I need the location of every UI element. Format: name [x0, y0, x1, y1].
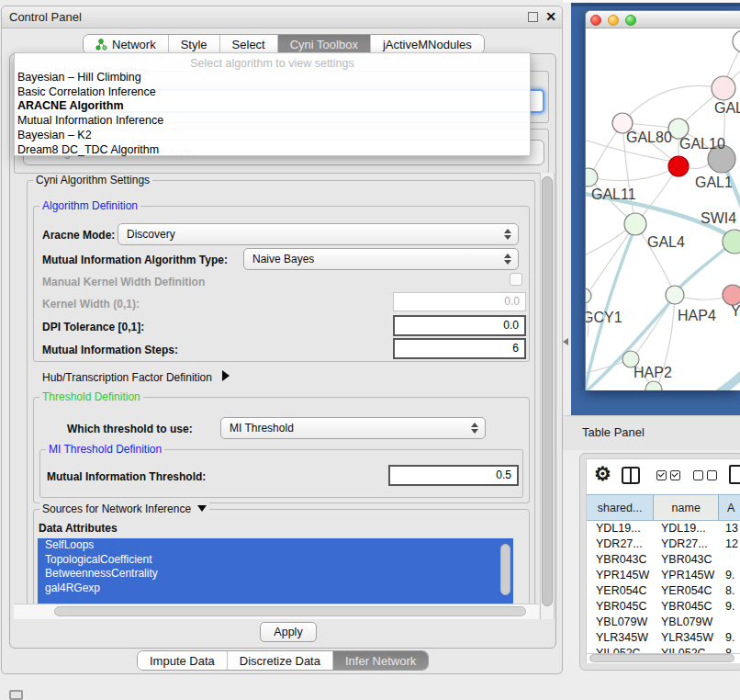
network-node-gal1[interactable]: [668, 156, 689, 176]
mi-steps-field[interactable]: 6: [393, 338, 526, 359]
tab-style[interactable]: Style: [169, 35, 220, 53]
column-header-1[interactable]: shared...: [587, 495, 654, 520]
table-cell: 12: [725, 536, 738, 552]
unselect-checkbox-icon[interactable]: [693, 470, 703, 480]
network-node-hap4[interactable]: [666, 286, 684, 304]
popup-item[interactable]: Mutual Information Inference: [15, 114, 530, 129]
attr-list-scrollbar[interactable]: [500, 544, 510, 595]
popup-item[interactable]: Basic Correlation Inference: [15, 85, 530, 100]
data-attribute-item[interactable]: TopologicalCoefficient: [38, 553, 513, 568]
aracne-mode-combo[interactable]: Discovery: [118, 223, 519, 245]
table-row[interactable]: YDR27...YDR27...12: [587, 536, 740, 552]
table-row[interactable]: YBR045CYBR045C9.: [587, 599, 740, 615]
settings-vscroll-thumb[interactable]: [542, 176, 553, 606]
bottom-tab-infer-network[interactable]: Infer Network: [333, 651, 428, 670]
tab-label: Infer Network: [345, 651, 416, 671]
algorithm-select-popup: Select algorithm to view settingsBayesia…: [14, 52, 531, 156]
settings-hscroll-thumb[interactable]: [54, 606, 526, 616]
tab-cyni-toolbox[interactable]: Cyni Toolbox: [278, 35, 371, 53]
table-row[interactable]: YPR145WYPR145W9.: [587, 568, 740, 583]
table-row[interactable]: YLR345WYLR345W9.: [587, 630, 740, 646]
popup-item[interactable]: Bayesian – Hill Climbing: [15, 71, 530, 85]
popup-item[interactable]: Dream8 DC_TDC Algorithm: [15, 143, 530, 158]
gear-icon[interactable]: ⚙: [594, 463, 611, 485]
network-graph[interactable]: GALGAL80GAL10GAL1GAL11SWI4GAL4GCY1HAP4YH…: [586, 28, 740, 390]
table-cell: YDL19...: [596, 521, 641, 536]
table-hscroll-thumb[interactable]: [589, 654, 734, 662]
network-node-label: GAL10: [679, 136, 725, 152]
table-panel-inner: ⚙ shared...nameA YDL19...YDL19...13YDR27…: [586, 458, 740, 662]
tab-network[interactable]: Network: [84, 35, 169, 53]
dpi-tolerance-field[interactable]: 0.0: [393, 315, 526, 336]
table-cell: YBR045C: [661, 599, 712, 615]
table-cell: YBR043C: [596, 552, 647, 568]
bottom-tab-discretize-data[interactable]: Discretize Data: [228, 651, 333, 670]
bottom-tab-impute-data[interactable]: Impute Data: [138, 651, 228, 670]
mi-threshold-field[interactable]: 0.5: [388, 465, 519, 486]
tab-jactivemnodules[interactable]: jActiveMNodules: [371, 35, 484, 53]
table-cell: YDL19...: [661, 521, 706, 536]
document-icon[interactable]: [729, 465, 740, 484]
mi-algorithm-type-label: Mutual Information Algorithm Type:: [42, 254, 228, 266]
network-node-label: SWI4: [701, 210, 736, 226]
tab-select[interactable]: Select: [220, 35, 278, 53]
column-header-3[interactable]: A: [719, 495, 740, 520]
column-header-2[interactable]: name: [654, 495, 719, 520]
mi-algorithm-type-value: Naive Bayes: [252, 253, 314, 265]
sources-title: Sources for Network Inference: [42, 502, 191, 515]
table-row[interactable]: YBR043CYBR043C: [587, 552, 740, 568]
table-cell: YPR145W: [661, 568, 714, 583]
which-threshold-combo[interactable]: MI Threshold: [220, 417, 486, 439]
close-traffic-light[interactable]: [590, 15, 601, 26]
network-window: GALGAL80GAL10GAL1GAL11SWI4GAL4GCY1HAP4YH…: [585, 10, 740, 390]
network-node-gal[interactable]: [712, 76, 735, 100]
table-cell: 9.: [725, 599, 734, 615]
splitter-collapse-icon[interactable]: [563, 338, 568, 345]
apply-button[interactable]: Apply: [260, 622, 317, 642]
dpi-tolerance-label: DPI Tolerance [0,1]:: [42, 321, 144, 333]
table-cell: YER054C: [596, 583, 647, 599]
table-cell: YBL079W: [661, 615, 712, 630]
aracne-mode-value: Discovery: [127, 228, 175, 241]
table-row[interactable]: YBL079WYBL079W: [587, 615, 740, 630]
network-node-gal4[interactable]: [624, 213, 646, 235]
close-icon[interactable]: ✕: [545, 9, 556, 24]
data-attribute-item[interactable]: SelfLoops: [38, 538, 513, 553]
table-cell: 9.: [725, 630, 734, 646]
data-attribute-item[interactable]: BetweennessCentrality: [38, 567, 513, 581]
mi-algorithm-type-combo[interactable]: Naive Bayes: [243, 248, 519, 270]
popup-item[interactable]: ARACNE Algorithm: [15, 99, 530, 114]
kernel-width-field[interactable]: 0.0: [393, 292, 526, 311]
network-node-label: GAL4: [647, 234, 685, 250]
data-attribute-item[interactable]: gal4RGexp: [38, 581, 513, 596]
popup-placeholder: Select algorithm to view settings: [15, 53, 530, 71]
float-window-icon[interactable]: [528, 12, 538, 22]
minimize-traffic-light[interactable]: [608, 15, 619, 26]
tab-label: Style: [181, 35, 207, 54]
hub-definition-toggle[interactable]: Hub/Transcription Factor Definition: [42, 370, 230, 384]
network-node-label: GAL80: [626, 130, 672, 145]
combo-arrows-icon: [504, 229, 511, 240]
tab-label: Network: [112, 35, 156, 54]
manual-kernel-width-checkbox[interactable]: [510, 273, 522, 286]
unselect-checkbox-icon2[interactable]: [707, 470, 717, 480]
select-all-checkbox-icon2[interactable]: [670, 470, 680, 480]
table-cell: YBR045C: [596, 599, 647, 615]
popup-item[interactable]: Bayesian – K2: [15, 129, 530, 143]
sources-title-wrap: Sources for Network Inference: [39, 502, 209, 515]
mi-threshold-definition-title: MI Threshold Definition: [46, 443, 164, 456]
mi-threshold-label: Mutual Information Threshold:: [47, 470, 206, 483]
network-node-y[interactable]: [723, 285, 740, 305]
zoom-traffic-light[interactable]: [625, 15, 636, 26]
table-panel-title: Table Panel: [582, 425, 645, 439]
network-node-label: Y: [731, 303, 740, 319]
table-row[interactable]: YDL19...YDL19...13: [587, 521, 740, 536]
select-all-checkbox-icon[interactable]: [656, 470, 667, 480]
algorithm-definition-title: Algorithm Definition: [39, 199, 140, 212]
control-panel-tabs: NetworkStyleSelectCyni ToolboxjActiveMNo…: [83, 34, 485, 54]
table-row[interactable]: YER054CYER054C8.: [587, 583, 740, 599]
columns-icon[interactable]: [622, 467, 640, 484]
settings-scroll-viewport: Cyni Algorithm Settings Algorithm Defini…: [14, 173, 539, 619]
tab-label: Cyni Toolbox: [290, 35, 358, 54]
minimized-panel-icon[interactable]: [9, 690, 23, 700]
